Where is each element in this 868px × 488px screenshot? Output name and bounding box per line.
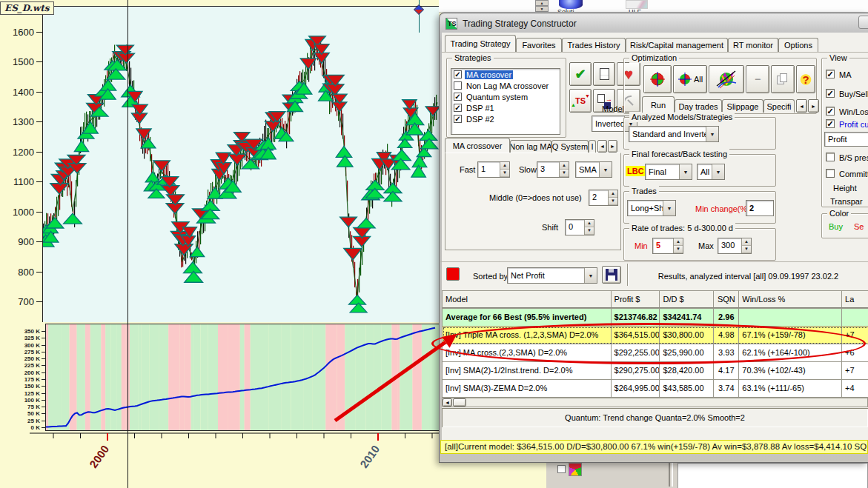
rate-min-spinner[interactable]: 5 ▲▼	[652, 238, 683, 254]
strategy-checkbox[interactable]: ✓	[454, 93, 462, 101]
chevron-down-icon[interactable]: ▼	[679, 164, 692, 179]
tab-rt-monitor[interactable]: RT monitor	[728, 38, 778, 52]
slow-spinner[interactable]: 3 ▲▼	[537, 161, 569, 178]
opt-tab-run[interactable]: Run	[642, 96, 675, 113]
optimize-button[interactable]	[643, 65, 672, 93]
view-checkbox-ma[interactable]: ✓	[826, 70, 835, 78]
save-results-button[interactable]	[602, 266, 621, 284]
ts-strategy-button[interactable]: TS▲▼	[569, 89, 592, 113]
table-header-cell[interactable]: Win/Loss %	[739, 291, 842, 308]
rate-max-spinner-buttons[interactable]: ▲▼	[741, 238, 751, 253]
fast-spinner-buttons[interactable]: ▲▼	[500, 162, 509, 177]
tab-options[interactable]: Options	[778, 38, 818, 52]
chevron-down-icon[interactable]: ▼	[712, 164, 724, 179]
table-header-cell[interactable]: La	[842, 291, 868, 308]
fast-spinner[interactable]: 1 ▲▼	[477, 161, 510, 178]
scroll-down-icon[interactable]: ▼	[535, 6, 549, 12]
strategy-item-non-lag-ma-crossover[interactable]: Non Lag MA crossover	[451, 80, 560, 91]
table-row-inv-triple-ma-cross-1-2-3-sma-[interactable]: [Inv] Triple MA cross. (1,2,3,SMA) D=2.0…	[443, 327, 868, 344]
opt-tab-slippage[interactable]: Slippage	[722, 99, 763, 113]
chevron-down-icon[interactable]: ▼	[706, 127, 718, 141]
tab-favorites[interactable]: Favorites	[516, 38, 562, 52]
buy-color-label[interactable]: Buy	[829, 222, 843, 231]
view-checkbox-profit-cu[interactable]: ✓	[826, 119, 835, 128]
shift-spinner[interactable]: 0 ▲▼	[565, 219, 594, 235]
view-checkbox-buy-sell[interactable]: ✓	[826, 89, 835, 98]
shift-spinner-buttons[interactable]: ▲▼	[584, 220, 594, 235]
rate-max-spinner[interactable]: 300 ▲▼	[718, 238, 752, 254]
strategy-label[interactable]: Non Lag MA crossover	[465, 81, 550, 90]
view-checkbox-committe[interactable]	[826, 169, 835, 178]
table-row-inv-sma-2-1-2inst-trend-d-2-0[interactable]: [Inv] SMA(2)-1/2Inst.trend. D=2.0%$290,2…	[443, 362, 868, 380]
view-checkbox-win-loss[interactable]: ✓	[826, 107, 835, 116]
table-header-cell[interactable]: D/D $	[660, 291, 714, 308]
subtab-ma-crossover[interactable]: MA crossover	[445, 138, 510, 153]
chevron-down-icon[interactable]: ▼	[599, 162, 612, 177]
colorful-chart-icon[interactable]	[569, 463, 582, 476]
subtab-scroll-right-icon[interactable]: ►	[608, 140, 617, 153]
ma-type-dropdown[interactable]: SMA ▼	[575, 161, 612, 178]
view-checkbox-b-s-pres[interactable]	[826, 153, 835, 161]
strategy-item-dsp-2[interactable]: ✓DSP #2	[451, 113, 560, 124]
results-table[interactable]: ModelProfit $D/D $SQNWin/Loss %LaAverage…	[442, 290, 868, 398]
sell-color-label[interactable]: Se	[854, 222, 864, 231]
copy-results-button[interactable]	[771, 65, 795, 93]
view-profit-dropdown[interactable]: Profit	[824, 132, 868, 147]
strategy-checkbox[interactable]: ✓	[454, 70, 462, 78]
strategy-checkbox[interactable]: ✓	[454, 104, 462, 112]
chart-cursor-line[interactable]	[127, 0, 128, 488]
strategies-listbox[interactable]: ✓MA crosoverNon Lag MA crossover✓Quantum…	[451, 68, 560, 135]
forecast-mode-dropdown[interactable]: Final ▼	[645, 164, 692, 180]
symbol-tab[interactable]: ES_D.wts	[0, 1, 54, 15]
apply-button[interactable]: ✔	[569, 62, 592, 86]
subtab-scroll-left-icon[interactable]: ◄	[597, 140, 607, 153]
help-button[interactable]: ?	[796, 65, 815, 93]
table-header-cell[interactable]: SQN	[714, 291, 739, 308]
strategy-label[interactable]: DSP #2	[465, 115, 496, 124]
optimize-all-button[interactable]: All	[673, 65, 707, 93]
report-button[interactable]	[593, 62, 615, 86]
remove-button[interactable]: −	[746, 65, 769, 93]
opt-scroll-right-icon[interactable]: ►	[808, 99, 819, 113]
stop-button[interactable]	[446, 267, 460, 281]
table-row-inv-sma-3-zema-d-2-0[interactable]: [Inv] SMA(3)-ZEMA D=2.0%$264,995.00$43,5…	[443, 380, 868, 398]
strategy-label[interactable]: MA crosover	[465, 70, 513, 79]
trade-direction-dropdown[interactable]: Long+Short ▼	[627, 200, 676, 216]
table-horizontal-scrollbar[interactable]: ◄	[442, 398, 868, 407]
table-header-cell[interactable]: Profit $	[612, 291, 660, 308]
rate-min-spinner-buttons[interactable]: ▲▼	[673, 238, 683, 253]
chevron-down-icon[interactable]: ▼	[584, 268, 597, 283]
strategy-item-ma-crosover[interactable]: ✓MA crosover	[451, 69, 560, 80]
middle-spinner-buttons[interactable]: ▲▼	[608, 190, 617, 205]
strategy-label[interactable]: DSP #1	[465, 104, 496, 113]
subtab-non-lag-ma[interactable]: Non lag MA	[510, 140, 551, 153]
scroll-left-icon[interactable]: ◄	[443, 398, 452, 407]
strategy-item-quantum-system[interactable]: ✓Quantum system	[451, 91, 560, 102]
subtab-q-system[interactable]: Q System	[551, 140, 589, 153]
table-row-average[interactable]: Average for 66 Best (95.5% inverted)$213…	[443, 309, 868, 327]
tab-trades-history[interactable]: Trades History	[562, 38, 626, 52]
middle-spinner[interactable]: 2 ▲▼	[589, 190, 618, 206]
sorted-by-dropdown[interactable]: Net Profit ▼	[507, 267, 597, 284]
slow-spinner-buttons[interactable]: ▲▼	[559, 162, 569, 177]
multi-chart-button[interactable]	[709, 65, 744, 93]
strategy-checkbox[interactable]	[454, 81, 462, 90]
strategy-label[interactable]: Quantum system	[465, 93, 529, 101]
close-button[interactable]	[858, 16, 868, 29]
strategy-checkbox[interactable]: ✓	[454, 115, 462, 123]
min-change-input[interactable]: 2	[746, 200, 774, 216]
dialog-title-bar[interactable]: TS Trading Strategy Constructor	[440, 14, 868, 33]
subtab-partial[interactable]: I	[589, 140, 596, 153]
scroll-up-icon[interactable]: ▲	[535, 0, 549, 6]
opt-scroll-left-icon[interactable]: ◄	[796, 99, 807, 113]
table-header-cell[interactable]: Model	[443, 291, 612, 308]
forecast-range-dropdown[interactable]: All ▼	[697, 164, 725, 180]
opt-tab-day-trades[interactable]: Day trades	[675, 99, 722, 113]
opt-tab-specifi[interactable]: Specifi	[763, 99, 795, 113]
tab-trading-strategy[interactable]: Trading Strategy	[445, 35, 516, 52]
strategy-item-dsp-1[interactable]: ✓DSP #1	[451, 102, 560, 113]
chevron-down-icon[interactable]: ▼	[663, 201, 675, 215]
scrollbar-thumb[interactable]	[453, 398, 466, 407]
tab-risk-capital-management[interactable]: Risk/Capital management	[626, 38, 728, 52]
analyzed-models-dropdown[interactable]: Standard and Inverted ▼	[629, 126, 719, 142]
